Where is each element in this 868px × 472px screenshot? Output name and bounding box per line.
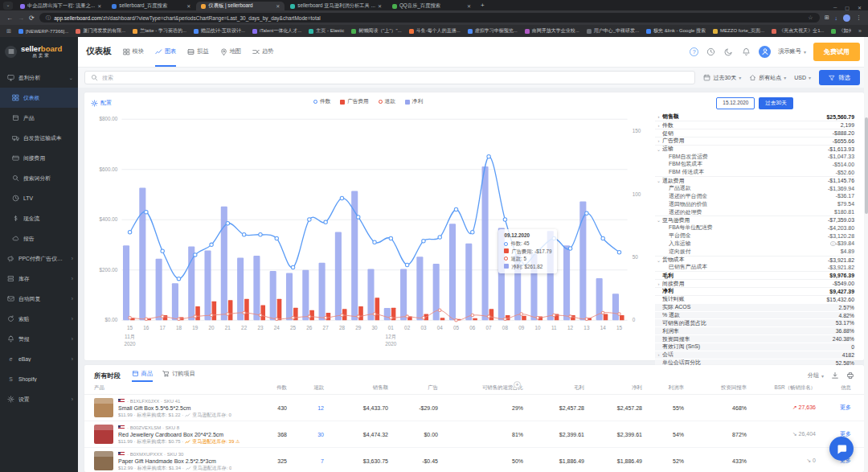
bookmark-item[interactable]: MEZZO forte_页面... [713, 27, 764, 35]
downloads-icon[interactable]: ↓ [835, 15, 838, 21]
metric-row[interactable]: 退还的处理费$180.81 [655, 208, 854, 216]
sidebar-item-shopify[interactable]: SShopify [0, 369, 78, 389]
extensions-icon[interactable]: ⊞ [825, 14, 829, 21]
sidebar-item-ebay[interactable]: eeBay› [0, 349, 78, 369]
sidebar-item-indirect-costs[interactable]: 间接费用 [0, 148, 78, 168]
view-tab-图表[interactable]: 图表 [155, 37, 176, 67]
app-logo[interactable]: sellerboard 易卖家 [21, 45, 62, 58]
sidebar-item-cash-flow[interactable]: 现金流 [0, 208, 78, 228]
tab-search-icon[interactable]: ⌄ [3, 2, 13, 10]
column-header[interactable]: 产品 [94, 384, 256, 392]
search-box[interactable] [84, 71, 695, 84]
legend-item-退款[interactable]: 退款 [379, 98, 395, 105]
column-header[interactable]: 件数 [256, 384, 292, 392]
bookmark-item[interactable]: 兰latte - 学习英语的... [133, 27, 186, 35]
account-avatar[interactable] [759, 46, 771, 58]
more-link[interactable]: 更多 [821, 404, 856, 412]
sidebar-item-fbm-shipping-costs[interactable]: 自发货运输成本 [0, 128, 78, 148]
metric-row[interactable]: 促销-$888.20 [655, 129, 854, 137]
column-header[interactable]: 退款 [292, 384, 329, 392]
sidebar-item-alerts[interactable]: 警报› [0, 329, 78, 349]
view-tab-损益[interactable]: 损益 [187, 37, 208, 67]
metric-row[interactable]: 已销售产品成本-$3,921.82 [655, 264, 854, 272]
notifications-bell-icon[interactable] [741, 47, 751, 57]
metric-row[interactable]: % 退款4.82% [655, 311, 854, 319]
sidebar-toggle-button[interactable] [5, 46, 17, 58]
sidebar-item-products[interactable]: 产品 [0, 108, 78, 128]
metric-row[interactable]: ⌄亚马逊费用-$7,359.03 [655, 215, 854, 224]
browser-menu-icon[interactable]: ⋮ [856, 14, 862, 21]
group-by-select[interactable]: 分组▾ [808, 371, 824, 380]
bookmark-item[interactable]: 《亮点大视天》全1... [772, 27, 824, 35]
currency-select[interactable]: USD▾ [794, 75, 811, 80]
metric-row[interactable]: ⌄运输-$1,613.93 [655, 145, 854, 153]
bookmark-item[interactable]: iTalent一体化人才... [252, 27, 301, 35]
table-tab-商品[interactable]: 商品 [132, 370, 153, 382]
profit-chart[interactable]: $800.00$600.00$400.00$200.00$0.001501005… [91, 109, 652, 355]
metric-row[interactable]: ⌄退款费用-$1,145.76 [655, 176, 854, 184]
new-tab-button[interactable]: + [481, 2, 485, 9]
product-title[interactable]: Small Gift Box 5.5*6.5*2.5cm [118, 404, 231, 412]
print-icon[interactable] [846, 371, 854, 380]
refunds-cell[interactable]: 7 [292, 458, 329, 464]
bookmark-item[interactable]: 斗鱼-每个人的直播... [409, 27, 461, 35]
period-select[interactable]: 过去30天▾ [703, 74, 741, 82]
sidebar-item-search-term-analysis[interactable]: 搜索词分析 [0, 168, 78, 188]
metric-row[interactable]: 平台佣金-$3,120.28 [655, 232, 854, 240]
search-input[interactable] [102, 75, 689, 80]
bookmark-item[interactable]: 赠品统计-互联设计... [194, 27, 245, 35]
history-clock-icon[interactable] [706, 47, 716, 57]
bookmark-item[interactable]: 极光 &link - Google 搜索 [646, 27, 706, 35]
window-maximize-button[interactable]: ▢ [845, 5, 850, 10]
table-row[interactable]: · B1XLFX0JXX · SKU 41Small Gift Box 5.5*… [84, 395, 864, 421]
metric-row[interactable]: ›广告费用-$655.66 [655, 137, 854, 145]
browser-tab[interactable]: 仪表板 | sellerboard✕ [196, 2, 285, 10]
metric-row[interactable]: 利润率36.88% [655, 326, 854, 335]
browser-tab[interactable]: QQ音乐_百度搜索✕ [387, 2, 476, 10]
sidebar-item-autoresponder[interactable]: 自动回复› [0, 289, 78, 309]
sidebar-item-dashboard[interactable]: 仪表板 [0, 88, 78, 108]
bookmark-item[interactable]: 《如何静静写过绘... [831, 27, 851, 35]
column-header[interactable]: 投资回报率 [689, 384, 751, 392]
bookmark-item[interactable]: 南网开放大学企业校... [525, 27, 579, 35]
metric-row[interactable]: 实际 ACOS2.57% [655, 303, 854, 311]
browser-tab[interactable]: sellerboard 亚马逊利润分析工具 ...✕ [285, 2, 387, 10]
bookmark-item[interactable]: 虚拟学习中橱预览... [468, 27, 518, 35]
period-30d-button[interactable]: 过去30天 [759, 97, 792, 109]
window-minimize-button[interactable]: ─ [833, 5, 837, 10]
metric-row[interactable]: 可销售的退货占比53.17% [655, 318, 854, 326]
view-tab-趋势[interactable]: 趋势 [252, 37, 273, 67]
bookmark-item[interactable]: 厦门湾发发的有限... [76, 27, 125, 35]
browser-tab[interactable]: sellerboard_百度搜索✕ [107, 2, 195, 10]
download-icon[interactable] [831, 371, 839, 380]
table-row[interactable]: · B0XMXUPXXX · SKU 30Paper Gift Handmade… [84, 448, 864, 472]
metric-row[interactable]: FBM包装成本-$514.00 [655, 161, 854, 169]
dark-mode-moon-icon[interactable] [723, 47, 734, 57]
column-header[interactable]: 毛利 [528, 384, 589, 392]
browser-tab[interactable]: 中企品牌出海下一程: 流量之...✕ [15, 2, 106, 10]
scrollbar-thumb[interactable] [865, 117, 868, 214]
column-header[interactable]: 销售额 [329, 384, 393, 392]
legend-item-净利[interactable]: 净利 [405, 98, 423, 105]
table-row[interactable]: · B00ZVEXLSM · SKU 8Red Jewellery Cardbo… [84, 421, 864, 448]
product-thumbnail[interactable] [94, 425, 113, 444]
metric-row[interactable]: 退还的平台佣金-$36.17 [655, 192, 854, 200]
bookmark-item[interactable]: 主页 - Elastic [309, 27, 344, 35]
address-bar[interactable]: ⓘ app.sellerboard.com/zh/dashboard/?view… [39, 13, 820, 23]
metric-row[interactable]: 预计到账$15,432.60 [655, 295, 854, 303]
product-title[interactable]: Paper Gift Handmade Box 2.5*2.5*3cm [118, 458, 231, 465]
metric-row[interactable]: ›销售额$25,560.79 [655, 113, 854, 121]
window-scrollbar[interactable] [864, 37, 868, 472]
metric-row[interactable]: 产品退款-$1,369.94 [655, 184, 854, 192]
bookmark-item[interactable]: 树懒阅读（"上"）"... [351, 27, 401, 35]
legend-item-件数[interactable]: 件数 [313, 98, 330, 105]
metric-row[interactable]: FBM 传送成本-$52.60 [655, 168, 854, 176]
legend-item-广告费用[interactable]: 广告费用 [340, 98, 368, 105]
chat-support-button[interactable] [829, 437, 854, 461]
apps-grid-icon[interactable]: ⊞ [6, 28, 11, 35]
metric-row[interactable]: 毛利$9,976.39 [655, 271, 854, 279]
help-icon[interactable]: ? [690, 47, 698, 56]
metric-row[interactable]: 退回物品的价值$79.54 [655, 200, 854, 208]
chart-config-button[interactable]: 配置 [91, 99, 112, 107]
refunds-cell[interactable]: 12 [292, 405, 329, 411]
